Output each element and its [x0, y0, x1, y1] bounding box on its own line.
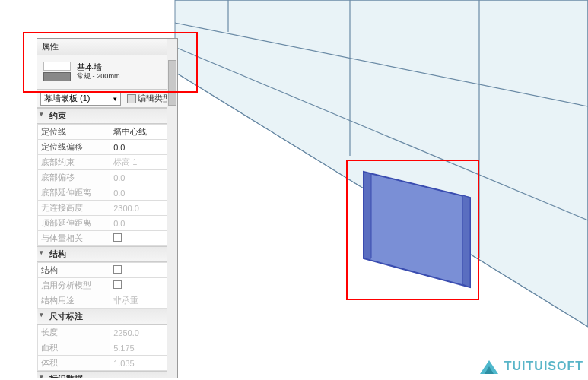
group-structure[interactable]: 结构⌄ — [37, 246, 177, 262]
panel-title-bar: 属性 × — [37, 39, 177, 55]
property-key: 底部延伸距离 — [38, 185, 110, 201]
property-key: 长度 — [38, 325, 110, 340]
edit-type-icon — [127, 94, 136, 103]
property-key: 面积 — [38, 340, 110, 356]
instance-label: 幕墙嵌板 (1) — [44, 93, 91, 104]
type-swatch-icon — [43, 62, 71, 81]
group-dims[interactable]: 尺寸标注⌄ — [37, 309, 177, 325]
property-row[interactable]: 结构 — [38, 263, 177, 278]
svg-marker-10 — [364, 172, 371, 258]
property-key: 体积 — [38, 356, 110, 371]
watermark: TUITUISOFT — [478, 357, 583, 375]
type-selector[interactable]: 基本墙 常规 - 200mm ▾ — [37, 55, 177, 89]
property-row[interactable]: 面积5.175 — [38, 340, 177, 356]
property-key: 启用分析模型 — [38, 278, 110, 293]
scroll-thumb[interactable] — [168, 60, 176, 106]
watermark-text: TUITUISOFT — [504, 359, 583, 373]
property-key: 无连接高度 — [38, 201, 110, 216]
property-row[interactable]: 结构用途非承重 — [38, 293, 177, 309]
checkbox[interactable] — [113, 233, 122, 242]
property-row[interactable]: 体积1.035 — [38, 356, 177, 371]
property-row[interactable]: 底部约束标高 1 — [38, 155, 177, 170]
group-constraints[interactable]: 约束⌄ — [37, 108, 177, 124]
property-grid: 约束⌄定位线墙中心线定位线偏移0.0底部约束标高 1底部偏移0.0底部延伸距离0… — [37, 108, 177, 378]
property-row[interactable]: 底部延伸距离0.0 — [38, 185, 177, 201]
property-row[interactable]: 启用分析模型 — [38, 278, 177, 293]
group-identity[interactable]: 标识数据⌄ — [37, 371, 177, 378]
svg-marker-0 — [175, 0, 588, 327]
property-row[interactable]: 与体量相关 — [38, 231, 177, 246]
type-text: 基本墙 常规 - 200mm — [77, 62, 161, 81]
scrollbar[interactable] — [167, 39, 177, 378]
property-row[interactable]: 无连接高度2300.0 — [38, 201, 177, 216]
property-row[interactable]: 定位线偏移0.0 — [38, 140, 177, 155]
logo-icon — [478, 357, 500, 375]
checkbox[interactable] — [113, 265, 122, 274]
type-sub: 常规 - 200mm — [77, 72, 161, 81]
property-row[interactable]: 顶部延伸距离0.0 — [38, 216, 177, 231]
property-key: 结构 — [38, 263, 110, 278]
type-name: 基本墙 — [77, 62, 102, 71]
property-row[interactable]: 长度2250.0 — [38, 325, 177, 340]
svg-marker-11 — [462, 195, 470, 287]
property-key: 顶部延伸距离 — [38, 216, 110, 231]
property-key: 定位线偏移 — [38, 140, 110, 155]
property-key: 结构用途 — [38, 293, 110, 309]
instance-selector[interactable]: 幕墙嵌板 (1) ▾ — [40, 91, 121, 106]
property-row[interactable]: 底部偏移0.0 — [38, 170, 177, 185]
panel-title-label: 属性 — [42, 41, 59, 52]
chevron-down-icon: ▾ — [113, 95, 117, 103]
property-key: 底部偏移 — [38, 170, 110, 185]
properties-panel: 属性 × 基本墙 常规 - 200mm ▾ 幕墙嵌板 (1) ▾ 编辑类型 约束… — [37, 38, 178, 378]
checkbox[interactable] — [113, 280, 122, 289]
property-key: 定位线 — [38, 125, 110, 140]
property-key: 与体量相关 — [38, 231, 110, 246]
property-row[interactable]: 定位线墙中心线 — [38, 125, 177, 140]
property-key: 底部约束 — [38, 155, 110, 170]
